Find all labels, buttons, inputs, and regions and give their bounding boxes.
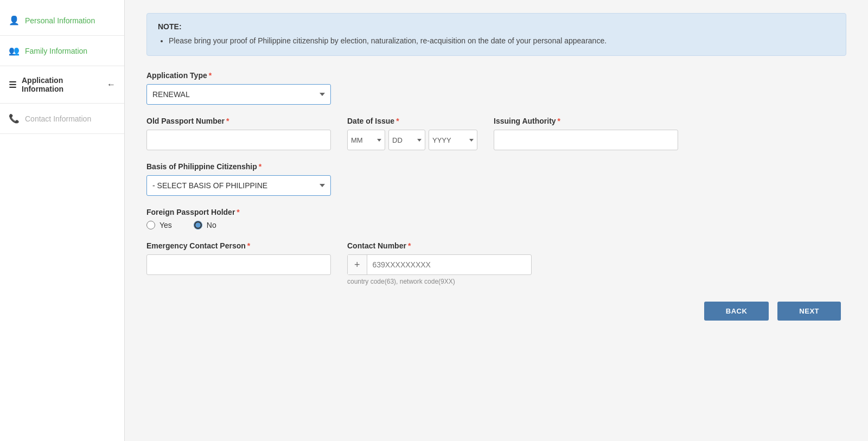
sidebar-item-contact-information[interactable]: 📞 Contact Information xyxy=(0,104,124,134)
radio-no-label[interactable]: No xyxy=(194,221,216,229)
sidebar-item-label: Personal Information xyxy=(25,16,95,25)
main-content: NOTE: Please bring your proof of Philipp… xyxy=(125,0,868,441)
emergency-row: Emergency Contact Person* Contact Number… xyxy=(146,241,846,285)
contact-number-input[interactable] xyxy=(367,256,531,273)
list-icon: ☰ xyxy=(9,80,16,90)
back-button[interactable]: BACK xyxy=(704,302,769,321)
emergency-contact-label: Emergency Contact Person* xyxy=(146,241,331,250)
radio-group: Yes No xyxy=(146,221,846,229)
note-text: Please bring your proof of Philippine ci… xyxy=(169,35,835,47)
person-icon: 👤 xyxy=(9,15,20,25)
date-day-select[interactable]: DD 0102030405 0607080910 1112131415 1617… xyxy=(388,130,425,150)
button-row: BACK NEXT xyxy=(146,302,846,321)
basis-label: Basis of Philippine Citizenship* xyxy=(146,162,846,171)
date-group: MM 01020304 05060708 09101112 DD 0102030… xyxy=(347,130,477,150)
note-title: NOTE: xyxy=(158,22,835,31)
basis-group: Basis of Philippine Citizenship* - SELEC… xyxy=(146,162,846,196)
arrow-icon: ← xyxy=(107,80,116,90)
application-type-select[interactable]: RENEWAL NEW APPLICATION REPLACEMENT xyxy=(146,84,331,105)
contact-number-wrapper: + xyxy=(347,254,532,275)
application-type-label: Application Type* xyxy=(146,71,846,80)
family-icon: 👥 xyxy=(9,46,20,56)
emergency-contact-col: Emergency Contact Person* xyxy=(146,241,331,275)
emergency-contact-input[interactable] xyxy=(146,254,331,275)
contact-plus-sign: + xyxy=(348,255,367,274)
date-of-issue-label: Date of Issue* xyxy=(347,117,477,125)
issuing-authority-col: Issuing Authority* xyxy=(494,117,678,150)
sidebar-item-family-information[interactable]: 👥 Family Information xyxy=(0,36,124,66)
foreign-passport-group: Foreign Passport Holder* Yes No xyxy=(146,208,846,229)
old-passport-label: Old Passport Number* xyxy=(146,117,331,125)
radio-yes[interactable] xyxy=(146,221,155,229)
sidebar-item-label: Contact Information xyxy=(25,114,91,123)
basis-select[interactable]: - SELECT BASIS OF PHILIPPINE BY BIRTH BY… xyxy=(146,175,331,196)
passport-row: Old Passport Number* Date of Issue* MM 0… xyxy=(146,117,846,150)
note-box: NOTE: Please bring your proof of Philipp… xyxy=(146,13,846,56)
radio-yes-text: Yes xyxy=(159,221,172,229)
issuing-authority-label: Issuing Authority* xyxy=(494,117,678,125)
sidebar-item-label: Family Information xyxy=(25,47,87,55)
date-year-select[interactable]: YYYY 2024202320222021 2020201920182017 2… xyxy=(429,130,477,150)
contact-number-col: Contact Number* + country code(63), netw… xyxy=(347,241,532,285)
sidebar: 👤 Personal Information 👥 Family Informat… xyxy=(0,0,125,441)
phone-icon: 📞 xyxy=(9,113,20,124)
radio-no[interactable] xyxy=(194,221,202,229)
next-button[interactable]: NEXT xyxy=(777,302,841,321)
sidebar-item-label: Application Information xyxy=(22,76,101,93)
foreign-passport-label: Foreign Passport Holder* xyxy=(146,208,846,216)
radio-no-text: No xyxy=(207,221,216,229)
old-passport-input[interactable] xyxy=(146,130,331,150)
radio-yes-label[interactable]: Yes xyxy=(146,221,172,229)
contact-number-hint: country code(63), network code(9XX) xyxy=(347,278,532,285)
date-of-issue-col: Date of Issue* MM 01020304 05060708 0910… xyxy=(347,117,477,150)
application-type-group: Application Type* RENEWAL NEW APPLICATIO… xyxy=(146,71,846,105)
old-passport-col: Old Passport Number* xyxy=(146,117,331,150)
sidebar-item-application-information[interactable]: ☰ Application Information ← xyxy=(0,66,124,104)
issuing-authority-input[interactable] xyxy=(494,130,678,150)
contact-number-label: Contact Number* xyxy=(347,241,532,250)
sidebar-item-personal-information[interactable]: 👤 Personal Information xyxy=(0,5,124,36)
date-month-select[interactable]: MM 01020304 05060708 09101112 xyxy=(347,130,385,150)
